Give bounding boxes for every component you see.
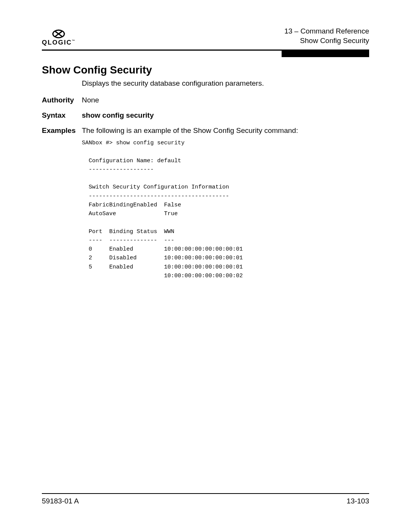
header-chapter: 13 – Command Reference [284,26,369,36]
example-block: SANbox #> show config security Configura… [82,139,369,280]
footer-rule [42,493,369,494]
examples-intro: The following is an example of the Show … [82,126,369,135]
page-title: Show Config Security [42,64,369,76]
terminal-output: SANbox #> show config security Configura… [82,139,369,280]
page-header: QLOGIC™ 13 – Command Reference Show Conf… [42,23,369,46]
thumb-tab [282,51,369,57]
page: QLOGIC™ 13 – Command Reference Show Conf… [0,0,411,532]
qlogic-logo-icon [51,29,67,38]
syntax-row: Syntax show config security [42,111,369,120]
syntax-label: Syntax [42,111,82,120]
qlogic-logo-text: QLOGIC™ [42,39,75,46]
footer-doc-id: 59183-01 A [42,497,79,505]
examples-row: Examples The following is an example of … [42,126,369,137]
authority-row: Authority None [42,96,369,104]
content: Show Config Security Displays the securi… [42,64,369,280]
page-footer: 59183-01 A 13-103 [42,493,369,505]
authority-label: Authority [42,96,82,104]
page-subtitle: Displays the security database configura… [82,79,369,88]
header-right: 13 – Command Reference Show Config Secur… [284,26,369,46]
examples-label: Examples [42,126,82,135]
qlogic-logo: QLOGIC™ [42,29,75,46]
authority-value: None [82,96,369,104]
footer-row: 59183-01 A 13-103 [42,497,369,505]
syntax-value: show config security [82,111,369,120]
footer-page-num: 13-103 [347,497,369,505]
header-section: Show Config Security [284,36,369,46]
